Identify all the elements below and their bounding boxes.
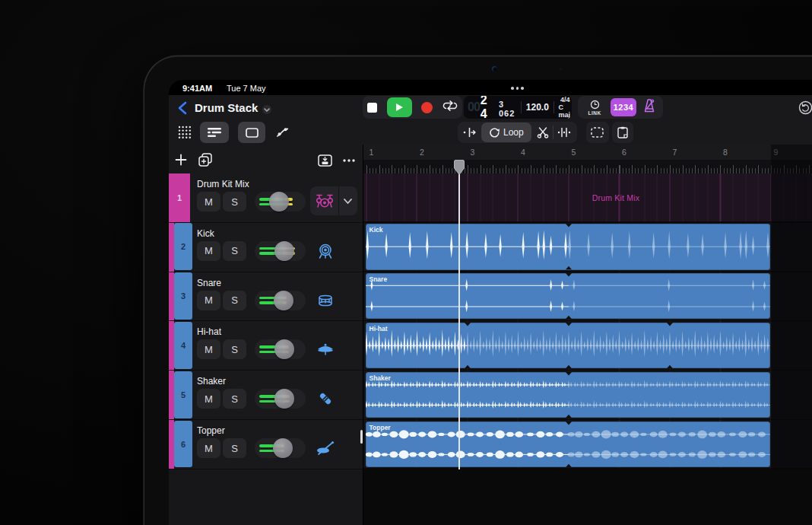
region-label: Hi-hat [370, 325, 388, 332]
multitask-dots-icon[interactable] [511, 87, 524, 90]
marquee-select-button[interactable] [586, 122, 609, 143]
mute-button[interactable]: M [197, 241, 220, 261]
track-number-badge[interactable]: 5 [174, 371, 192, 418]
stack-color-bar [169, 321, 174, 370]
metronome-button[interactable] [642, 97, 657, 117]
track-row[interactable]: 1Drum Kit MixMS [169, 173, 363, 223]
hi-hat-icon[interactable] [315, 340, 336, 358]
track-name: Shaker [197, 376, 226, 387]
audio-track-lane[interactable]: Shaker [363, 371, 812, 418]
track-number-badge[interactable]: 4 [174, 322, 192, 369]
loops-browser-button[interactable] [173, 122, 196, 143]
add-track-button[interactable] [175, 149, 187, 170]
paste-button[interactable] [612, 122, 633, 143]
track-number-badge[interactable]: 2 [174, 223, 192, 270]
anchor-icon [557, 127, 571, 138]
tracks-view-button[interactable] [200, 122, 229, 143]
ruler-ticks[interactable] [363, 160, 812, 173]
volume-slider[interactable] [255, 389, 306, 409]
duplicate-icon [198, 153, 212, 167]
playhead-handle[interactable] [454, 160, 465, 178]
track-row[interactable]: 5ShakerMS [169, 371, 363, 420]
audio-region[interactable]: Snare [366, 273, 770, 319]
volume-knob[interactable] [274, 389, 294, 409]
volume-slider[interactable] [255, 291, 306, 310]
volume-slider[interactable] [255, 339, 306, 359]
solo-button[interactable]: S [223, 389, 246, 409]
split-tool-button[interactable] [533, 122, 553, 143]
record-button[interactable] [421, 102, 433, 113]
cycle-button[interactable] [442, 100, 458, 115]
regions-edit-button[interactable] [238, 122, 265, 143]
mute-button[interactable]: M [197, 339, 220, 359]
solo-button[interactable]: S [223, 438, 246, 458]
track-number-badge[interactable]: 6 [174, 421, 192, 468]
expand-stack-button[interactable] [339, 198, 357, 205]
track-name: Hi-hat [197, 326, 221, 337]
track-header-panel: 1Drum Kit MixMS [169, 145, 363, 525]
play-button[interactable] [387, 97, 412, 117]
snare-drum-icon[interactable] [315, 291, 336, 310]
audio-region[interactable]: Hi-hat [366, 323, 770, 368]
audio-track-lane[interactable]: Snare [363, 272, 812, 320]
region-label: Snare [370, 275, 388, 283]
track-row[interactable]: 6TopperMS [169, 420, 363, 469]
volume-knob[interactable] [274, 291, 293, 310]
volume-knob[interactable] [274, 241, 294, 261]
import-button[interactable] [318, 150, 332, 171]
volume-knob[interactable] [269, 192, 289, 212]
shaker-icon[interactable] [315, 390, 336, 408]
volume-knob[interactable] [274, 339, 294, 359]
automation-button[interactable] [269, 122, 295, 143]
beyond-project-end [771, 145, 812, 469]
stop-button[interactable] [367, 103, 377, 113]
plus-icon [175, 154, 187, 166]
title-menu-button[interactable] [262, 103, 272, 117]
lcd-display[interactable]: 00 2 4 3 062 120.0 4/4 C maj [464, 96, 572, 119]
track-row[interactable]: 2KickMS [169, 223, 363, 272]
more-options-button[interactable] [342, 150, 356, 171]
solo-button[interactable]: S [223, 291, 246, 310]
volume-slider[interactable] [255, 241, 306, 261]
volume-slider[interactable] [255, 192, 306, 212]
bar-ruler[interactable]: 123456789 [363, 145, 812, 160]
link-button[interactable]: LINK [584, 100, 605, 116]
count-in-button[interactable]: 1234 [611, 98, 636, 116]
trim-tool-button[interactable] [460, 122, 480, 143]
audio-track-lane[interactable]: Hi-hat [363, 321, 812, 369]
volume-knob[interactable] [273, 438, 293, 458]
mute-button[interactable]: M [197, 291, 220, 310]
status-time: 9:41AM [182, 84, 212, 93]
mute-button[interactable]: M [197, 438, 220, 458]
undo-button[interactable] [798, 100, 812, 118]
instrument-button[interactable] [310, 186, 357, 215]
summary-track-lane[interactable]: Drum Kit Mix [363, 173, 812, 221]
anchor-tool-button[interactable] [553, 122, 575, 143]
track-number-badge[interactable]: 1 [169, 173, 190, 222]
duplicate-track-button[interactable] [198, 149, 212, 170]
topper-icon[interactable] [315, 439, 336, 457]
track-name: Topper [197, 425, 225, 436]
audio-region[interactable]: Kick [366, 224, 770, 269]
waveform [366, 273, 770, 319]
solo-button[interactable]: S [223, 192, 246, 212]
audio-track-lane[interactable]: Kick [363, 223, 812, 271]
track-number-badge[interactable]: 3 [174, 272, 192, 320]
solo-button[interactable]: S [223, 241, 246, 261]
mute-button[interactable]: M [197, 389, 220, 409]
solo-button[interactable]: S [223, 339, 246, 359]
bar-number: 6 [622, 148, 626, 157]
audio-region[interactable]: Shaker [366, 372, 770, 418]
kick-drum-icon[interactable] [315, 242, 336, 260]
audio-region[interactable]: Topper [366, 422, 770, 467]
audio-track-lane[interactable]: Topper [363, 420, 812, 468]
play-icon [395, 103, 404, 112]
back-button[interactable] [175, 100, 193, 116]
app-window: 9:41AM Tue 7 May Drum Stack [169, 80, 812, 525]
track-row[interactable]: 4Hi-hatMS [169, 321, 363, 371]
track-row[interactable]: 3SnareMS [169, 272, 363, 322]
loop-tool-button[interactable]: Loop [481, 123, 531, 142]
mute-button[interactable]: M [197, 192, 220, 212]
volume-slider[interactable] [255, 438, 306, 458]
panel-resize-handle[interactable] [360, 430, 363, 444]
